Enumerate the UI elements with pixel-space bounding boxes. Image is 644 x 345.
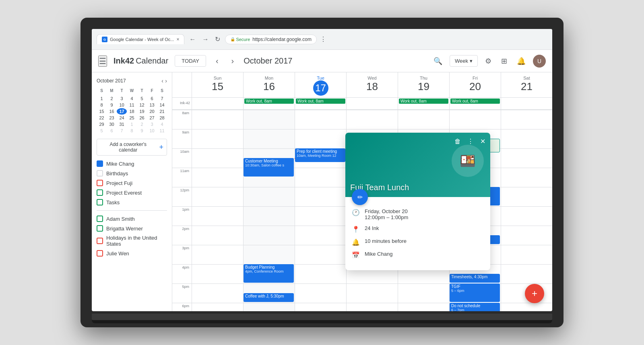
time-cell[interactable] (243, 129, 295, 148)
mini-cal-date[interactable]: 5 (97, 127, 107, 134)
calendar-item-mike[interactable]: Mike Chang (97, 159, 167, 168)
time-cell[interactable] (449, 110, 501, 129)
calendar-event[interactable]: Budget Planning4pm, Conference Room (244, 264, 294, 283)
mini-cal-date[interactable]: 22 (97, 115, 107, 121)
calendar-item-adam[interactable]: Adam Smith (97, 214, 167, 224)
mini-cal-date[interactable]: 30 (107, 121, 117, 127)
time-cell[interactable] (501, 226, 552, 245)
calendar-checkbox-adam[interactable] (97, 216, 103, 222)
calendar-checkbox-brigatta[interactable] (97, 225, 103, 232)
apps-btn[interactable]: ⊞ (499, 54, 510, 68)
time-cell[interactable] (192, 168, 243, 187)
all-day-event[interactable]: Work out, 8am (244, 99, 294, 104)
browser-tab[interactable]: G Google Calendar - Week of Oc... × (97, 34, 184, 44)
calendar-checkbox-mike[interactable] (97, 160, 103, 167)
mini-cal-date[interactable]: 20 (147, 108, 157, 115)
mini-cal-date[interactable]: 28 (157, 115, 167, 121)
time-cell[interactable] (398, 110, 449, 129)
time-cell[interactable] (192, 226, 243, 245)
time-cell[interactable] (346, 110, 398, 129)
calendar-item-holidays[interactable]: Holidays in the United States (97, 233, 167, 248)
calendar-event[interactable]: Coffee with J, 5:30pm (244, 293, 294, 302)
mini-cal-date[interactable]: 5 (137, 95, 147, 102)
mini-cal-date[interactable]: 23 (107, 115, 117, 121)
calendar-checkbox-julie[interactable] (97, 250, 103, 257)
time-cell[interactable] (192, 129, 243, 148)
popup-delete-btn[interactable]: 🗑 (453, 136, 462, 147)
mini-cal-date[interactable]: 7 (117, 127, 127, 134)
all-day-event[interactable]: Work out, 8am (450, 99, 500, 104)
calendar-event[interactable]: TGIF5 – 6pm (450, 283, 500, 302)
calendar-checkbox-holidays[interactable] (97, 238, 103, 244)
time-cell[interactable] (346, 283, 398, 303)
mini-cal-date[interactable]: 9 (107, 102, 117, 108)
mini-cal-date[interactable]: 11 (157, 127, 167, 134)
week-selector[interactable]: Week ▾ (450, 55, 478, 67)
mini-cal-date[interactable]: 3 (147, 121, 157, 127)
mini-cal-date[interactable]: 11 (127, 102, 137, 108)
calendar-checkbox-everest[interactable] (97, 189, 103, 196)
mini-cal-date[interactable]: 6 (107, 127, 117, 134)
mini-cal-date[interactable]: 13 (147, 102, 157, 108)
popup-more-btn[interactable]: ⋮ (466, 136, 475, 147)
time-cell[interactable] (243, 110, 295, 129)
time-cell[interactable] (295, 245, 346, 264)
time-cell[interactable] (243, 187, 295, 206)
mini-cal-date[interactable]: 1 (127, 121, 137, 127)
time-cell[interactable] (501, 303, 552, 311)
calendar-checkbox-fuji[interactable] (97, 180, 103, 186)
time-cell[interactable] (295, 283, 346, 303)
mini-cal-date[interactable]: 10 (117, 102, 127, 108)
calendar-item-brigatta[interactable]: Brigatta Werner (97, 224, 167, 233)
mini-cal-date[interactable]: 9 (137, 127, 147, 134)
all-day-event[interactable]: Work out, 8am (399, 99, 448, 104)
time-cell[interactable] (192, 283, 243, 303)
mini-cal-date[interactable]: 3 (117, 95, 127, 102)
calendar-item-project-everest[interactable]: Project Everest (97, 188, 167, 197)
mini-cal-today[interactable]: 17 (117, 108, 127, 115)
mini-cal-date[interactable]: 15 (97, 108, 107, 115)
tab-close-btn[interactable]: × (176, 37, 179, 42)
time-cell[interactable] (501, 148, 552, 168)
mini-cal-date[interactable]: 16 (107, 108, 117, 115)
calendar-item-birthdays[interactable]: Birthdays (97, 168, 167, 178)
user-avatar[interactable]: U (533, 55, 546, 68)
mini-cal-date[interactable]: 6 (147, 95, 157, 102)
time-cell[interactable] (192, 148, 243, 168)
calendar-checkbox-birthdays[interactable] (97, 170, 103, 177)
add-coworker-button[interactable]: Add a coworker's calendar + (97, 139, 167, 156)
mini-prev-btn[interactable]: ‹ (161, 78, 163, 84)
mini-next-btn[interactable]: › (165, 78, 167, 84)
back-btn[interactable]: ← (188, 34, 197, 45)
time-cell[interactable] (295, 264, 346, 283)
mini-cal-date[interactable]: 25 (127, 115, 137, 121)
calendar-event[interactable]: Customer Meeting10:30am, Salon coffee s (244, 158, 294, 177)
time-cell[interactable] (501, 264, 552, 283)
mini-cal-date[interactable]: 4 (157, 121, 167, 127)
time-cell[interactable] (501, 187, 552, 206)
mini-cal-date[interactable]: 8 (97, 102, 107, 108)
time-cell[interactable] (295, 226, 346, 245)
mini-cal-date[interactable]: 10 (147, 127, 157, 134)
next-week-btn[interactable]: › (228, 55, 237, 67)
time-cell[interactable] (192, 187, 243, 206)
time-cell[interactable] (192, 206, 243, 226)
search-btn[interactable]: 🔍 (431, 54, 445, 68)
settings-btn[interactable]: ⚙ (483, 54, 494, 68)
calendar-event[interactable]: Timesheets, 4:30pm (450, 274, 500, 283)
mini-cal-date[interactable]: 31 (117, 121, 127, 127)
mini-cal-date[interactable]: 19 (137, 108, 147, 115)
today-button[interactable]: TODAY (175, 55, 206, 67)
time-cell[interactable] (398, 283, 449, 303)
mini-cal-date[interactable]: 8 (127, 127, 137, 134)
time-cell[interactable] (243, 303, 295, 311)
time-cell[interactable] (243, 206, 295, 226)
time-cell[interactable] (501, 129, 552, 148)
hamburger-btn[interactable]: ☰ (98, 55, 107, 67)
time-cell[interactable] (192, 110, 243, 129)
time-cell[interactable] (295, 206, 346, 226)
mini-cal-date[interactable]: 21 (157, 108, 167, 115)
mini-cal-date[interactable]: 24 (117, 115, 127, 121)
time-cell[interactable] (501, 245, 552, 264)
time-cell[interactable] (295, 129, 346, 148)
